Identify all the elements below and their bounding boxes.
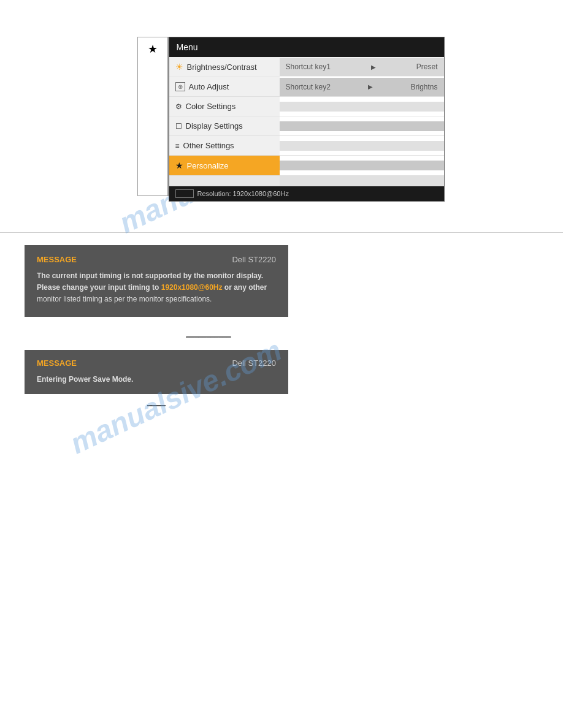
osd-row-display[interactable]: ☐ Display Settings (169, 116, 444, 136)
osd-footer-resolution: Resolution: 1920x1080@60Hz (197, 190, 289, 197)
osd-item-color-left[interactable]: ⚙ Color Settings (169, 97, 280, 116)
osd-row-brightness[interactable]: ☀ Brightness/Contrast Shortcut key1 ▶ Pr… (169, 57, 444, 77)
bottom-link-1[interactable]: ___________ (147, 329, 270, 338)
shortcut2-value: Brightns (410, 83, 437, 91)
osd-empty-left-1 (169, 176, 280, 186)
shortcut1-label: Shortcut key1 (286, 63, 331, 71)
osd-item-brightness-left[interactable]: ☀ Brightness/Contrast (169, 57, 280, 77)
resolution-icon (175, 189, 194, 198)
message-1-line3: monitor listed timing as per the monitor… (37, 294, 276, 305)
osd-empty-right-1 (280, 176, 444, 186)
osd-other-right (280, 141, 444, 151)
osd-row-autoadjust[interactable]: ⊕ Auto Adjust Shortcut key2 ▶ Brightns (169, 77, 444, 97)
message-2-label: MESSAGE (37, 358, 77, 368)
message-2-brand: Dell ST2220 (232, 358, 276, 368)
osd-footer: Resolution: 1920x1080@60Hz (169, 186, 444, 201)
osd-shortcut2-right: Shortcut key2 ▶ Brightns (280, 78, 444, 96)
osd-item-autoadjust-label: Auto Adjust (189, 82, 229, 91)
message-box-1: MESSAGE Dell ST2220 The current input ti… (25, 245, 288, 317)
arrow-right-icon-2: ▶ (368, 83, 373, 90)
message-1-line2: Please change your input timing to 1920x… (37, 282, 276, 294)
osd-item-autoadjust-left[interactable]: ⊕ Auto Adjust (169, 77, 280, 96)
sun-icon: ☀ (175, 62, 183, 72)
osd-item-color-label: Color Settings (186, 102, 236, 111)
small-underline (147, 405, 166, 406)
osd-item-other-label: Other Settings (183, 141, 234, 150)
star-icon: ★ (148, 42, 158, 56)
message-1-highlight: 1920x1080@60Hz (161, 283, 223, 292)
adjust-icon: ⊕ (175, 82, 185, 91)
message-1-label: MESSAGE (37, 255, 77, 264)
message-2-text: Entering Power Save Mode. (37, 374, 276, 385)
shortcut1-value: Preset (416, 63, 438, 71)
color-icon: ⚙ (175, 102, 182, 111)
message-1-line1: The current input timing is not supporte… (37, 270, 276, 282)
monitor-frame: ★ Menu ☀ Brightness/Contrast Shortcut ke… (137, 37, 445, 202)
message-box-2: MESSAGE Dell ST2220 Entering Power Save … (25, 350, 288, 394)
messages-section: MESSAGE Dell ST2220 The current input ti… (0, 245, 563, 406)
osd-shortcut1-right: Shortcut key1 ▶ Preset (280, 58, 444, 76)
osd-row-personalize[interactable]: ★ Personalize (169, 156, 444, 176)
section-divider (0, 232, 563, 233)
osd-row-other[interactable]: ≡ Other Settings (169, 136, 444, 156)
osd-item-brightness-label: Brightness/Contrast (187, 63, 257, 72)
top-section: ★ Menu ☀ Brightness/Contrast Shortcut ke… (0, 0, 563, 214)
osd-row-empty1 (169, 176, 444, 186)
osd-display-right (280, 121, 444, 131)
osd-personalize-right (280, 161, 444, 170)
other-icon: ≡ (175, 142, 180, 150)
osd-item-personalize-label: Personalize (187, 161, 229, 170)
osd-menu: Menu ☀ Brightness/Contrast Shortcut key1… (169, 37, 445, 202)
arrow-right-icon-1: ▶ (371, 64, 376, 70)
osd-item-personalize-left[interactable]: ★ Personalize (169, 156, 280, 175)
message-box-2-body: Entering Power Save Mode. (37, 374, 276, 385)
osd-item-display-label: Display Settings (186, 121, 243, 131)
osd-header: Menu (169, 37, 444, 57)
osd-color-right (280, 102, 444, 112)
message-2-text-content: Entering Power Save Mode. (37, 375, 133, 384)
message-box-1-header: MESSAGE Dell ST2220 (37, 255, 276, 264)
message-1-line2-suffix: or any other (222, 283, 267, 292)
star-box: ★ (137, 37, 168, 196)
message-box-1-body: The current input timing is not supporte… (37, 270, 276, 306)
display-icon: ☐ (175, 122, 182, 131)
shortcut2-label: Shortcut key2 (286, 83, 331, 91)
osd-row-color[interactable]: ⚙ Color Settings (169, 97, 444, 116)
message-1-brand: Dell ST2220 (232, 255, 276, 264)
message-box-2-header: MESSAGE Dell ST2220 (37, 358, 276, 368)
message-1-line2-prefix: Please change your input timing to (37, 283, 161, 292)
personalize-star-icon: ★ (175, 161, 183, 170)
message-1-line1-text: The current input timing is not supporte… (37, 271, 263, 280)
osd-item-display-left[interactable]: ☐ Display Settings (169, 116, 280, 135)
osd-header-label: Menu (177, 42, 198, 52)
osd-item-other-left[interactable]: ≡ Other Settings (169, 136, 280, 155)
